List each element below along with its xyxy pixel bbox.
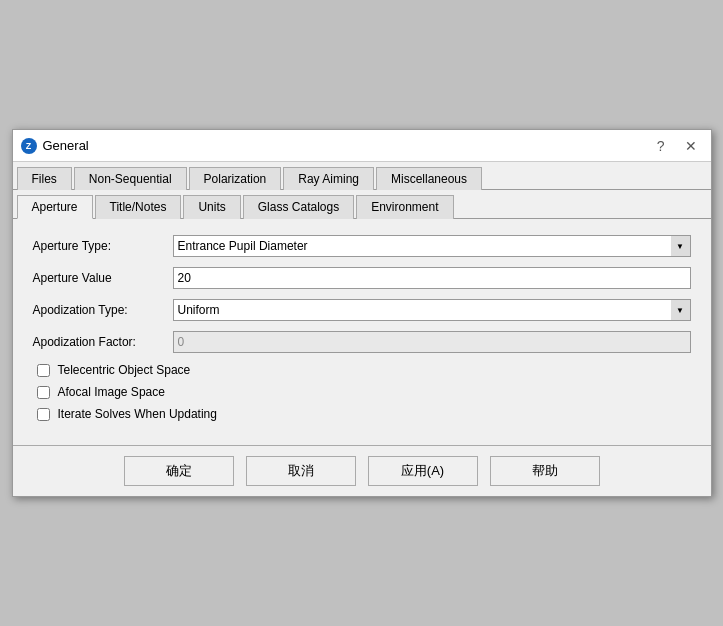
- aperture-type-select[interactable]: Entrance Pupil Diameter: [173, 235, 691, 257]
- telecentric-label: Telecentric Object Space: [58, 363, 191, 377]
- apodization-type-select[interactable]: Uniform: [173, 299, 691, 321]
- afocal-checkbox-row: Afocal Image Space: [33, 385, 691, 399]
- aperture-value-row: Aperture Value: [33, 267, 691, 289]
- apodization-type-select-wrapper: Uniform ▼: [173, 299, 691, 321]
- tab-ray-aiming[interactable]: Ray Aiming: [283, 167, 374, 190]
- general-dialog: Z General ? ✕ Files Non-Sequential Polar…: [12, 129, 712, 497]
- tab-row-2: Aperture Title/Notes Units Glass Catalog…: [13, 190, 711, 219]
- help-button[interactable]: ?: [651, 136, 671, 156]
- aperture-value-input[interactable]: [173, 267, 691, 289]
- afocal-checkbox[interactable]: [37, 386, 50, 399]
- tab-units[interactable]: Units: [183, 195, 240, 219]
- tab-miscellaneous[interactable]: Miscellaneous: [376, 167, 482, 190]
- afocal-label: Afocal Image Space: [58, 385, 165, 399]
- tab-files[interactable]: Files: [17, 167, 72, 190]
- apodization-factor-input[interactable]: [173, 331, 691, 353]
- footer: 确定 取消 应用(A) 帮助: [13, 445, 711, 496]
- aperture-type-select-wrapper: Entrance Pupil Diameter ▼: [173, 235, 691, 257]
- iterate-checkbox-row: Iterate Solves When Updating: [33, 407, 691, 421]
- help-footer-button[interactable]: 帮助: [490, 456, 600, 486]
- tab-row-1: Files Non-Sequential Polarization Ray Ai…: [13, 162, 711, 190]
- apodization-factor-row: Apodization Factor:: [33, 331, 691, 353]
- apodization-type-row: Apodization Type: Uniform ▼: [33, 299, 691, 321]
- tab-aperture[interactable]: Aperture: [17, 195, 93, 219]
- iterate-checkbox[interactable]: [37, 408, 50, 421]
- app-icon: Z: [21, 138, 37, 154]
- apply-button[interactable]: 应用(A): [368, 456, 478, 486]
- apodization-factor-label: Apodization Factor:: [33, 335, 173, 349]
- confirm-button[interactable]: 确定: [124, 456, 234, 486]
- tab-polarization[interactable]: Polarization: [189, 167, 282, 190]
- apodization-type-label: Apodization Type:: [33, 303, 173, 317]
- tab-non-sequential[interactable]: Non-Sequential: [74, 167, 187, 190]
- cancel-button[interactable]: 取消: [246, 456, 356, 486]
- tab-environment[interactable]: Environment: [356, 195, 453, 219]
- tab-title-notes[interactable]: Title/Notes: [95, 195, 182, 219]
- aperture-value-label: Aperture Value: [33, 271, 173, 285]
- close-button[interactable]: ✕: [679, 136, 703, 156]
- tab-glass-catalogs[interactable]: Glass Catalogs: [243, 195, 354, 219]
- aperture-type-label: Aperture Type:: [33, 239, 173, 253]
- title-bar: Z General ? ✕: [13, 130, 711, 162]
- telecentric-checkbox[interactable]: [37, 364, 50, 377]
- tab-content-aperture: Aperture Type: Entrance Pupil Diameter ▼…: [13, 219, 711, 445]
- aperture-type-row: Aperture Type: Entrance Pupil Diameter ▼: [33, 235, 691, 257]
- window-title: General: [43, 138, 89, 153]
- telecentric-checkbox-row: Telecentric Object Space: [33, 363, 691, 377]
- iterate-label: Iterate Solves When Updating: [58, 407, 217, 421]
